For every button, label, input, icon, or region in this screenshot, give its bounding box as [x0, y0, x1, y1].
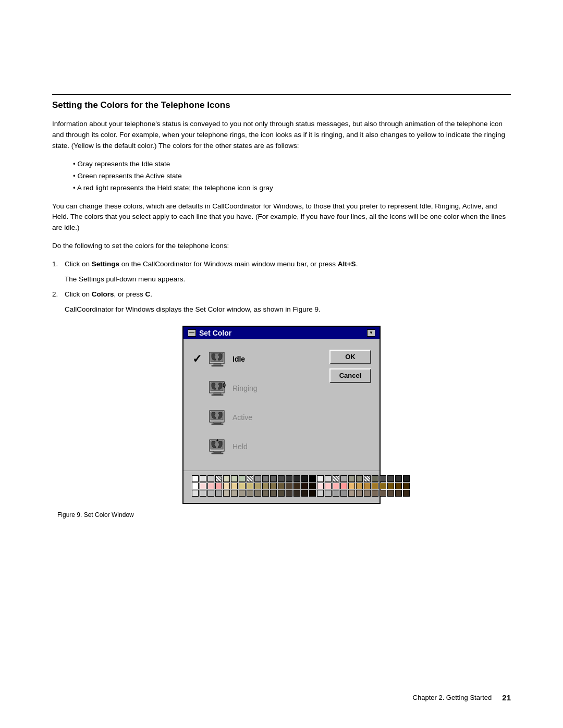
color-swatch[interactable] — [340, 490, 347, 497]
color-swatch[interactable] — [286, 483, 292, 489]
color-swatch[interactable] — [325, 483, 332, 489]
color-swatch[interactable] — [207, 483, 214, 489]
color-swatch[interactable] — [278, 483, 285, 489]
color-swatch[interactable] — [309, 490, 316, 497]
color-swatch[interactable] — [286, 475, 292, 482]
color-swatch[interactable] — [364, 475, 371, 482]
color-swatch[interactable] — [215, 483, 222, 489]
step1-bold2: Alt+S — [338, 260, 356, 268]
set-color-window: — Set Color ▼ ✓ — [182, 326, 381, 504]
color-swatch[interactable] — [270, 490, 277, 497]
color-swatch[interactable] — [262, 483, 269, 489]
color-swatch[interactable] — [231, 475, 238, 482]
color-swatch[interactable] — [262, 490, 269, 497]
cancel-button[interactable]: Cancel — [329, 368, 371, 383]
color-swatch[interactable] — [333, 490, 339, 497]
color-swatch[interactable] — [192, 475, 199, 482]
phone-item-idle[interactable]: ✓ Idle — [192, 348, 323, 371]
color-swatch[interactable] — [309, 483, 316, 489]
system-menu-button[interactable]: — — [188, 329, 196, 337]
color-swatch[interactable] — [270, 483, 277, 489]
color-swatch[interactable] — [293, 483, 300, 489]
color-swatch[interactable] — [364, 490, 371, 497]
ok-button[interactable]: OK — [329, 350, 371, 364]
color-swatch[interactable] — [317, 475, 324, 482]
color-swatch[interactable] — [247, 490, 253, 497]
color-swatch[interactable] — [192, 483, 199, 489]
color-swatch[interactable] — [262, 475, 269, 482]
color-swatch[interactable] — [333, 475, 339, 482]
color-swatch[interactable] — [254, 475, 261, 482]
color-swatch[interactable] — [293, 490, 300, 497]
color-swatch[interactable] — [254, 483, 261, 489]
color-swatch[interactable] — [340, 483, 347, 489]
color-swatch[interactable] — [372, 475, 378, 482]
color-swatch[interactable] — [387, 490, 394, 497]
titlebar-down-button[interactable]: ▼ — [367, 329, 375, 337]
color-swatch[interactable] — [356, 490, 363, 497]
color-swatch[interactable] — [333, 483, 339, 489]
phone-item-active[interactable]: Active — [192, 406, 323, 429]
color-swatch[interactable] — [380, 490, 386, 497]
color-swatch[interactable] — [317, 483, 324, 489]
color-swatch[interactable] — [231, 483, 238, 489]
color-swatch[interactable] — [278, 475, 285, 482]
color-swatch[interactable] — [356, 483, 363, 489]
color-swatch[interactable] — [215, 490, 222, 497]
body-paragraph-2: You can change these colors, which are d… — [52, 201, 511, 234]
color-swatch[interactable] — [348, 490, 355, 497]
color-swatch[interactable] — [247, 483, 253, 489]
color-swatch[interactable] — [364, 483, 371, 489]
color-swatch[interactable] — [348, 475, 355, 482]
color-swatch[interactable] — [403, 483, 410, 489]
color-swatch[interactable] — [395, 490, 402, 497]
color-swatch[interactable] — [200, 490, 206, 497]
color-swatch[interactable] — [239, 475, 246, 482]
color-swatch[interactable] — [325, 490, 332, 497]
color-swatch[interactable] — [348, 483, 355, 489]
color-swatch[interactable] — [372, 483, 378, 489]
color-swatch[interactable] — [380, 475, 386, 482]
color-swatch[interactable] — [223, 483, 230, 489]
color-swatch[interactable] — [223, 475, 230, 482]
color-swatch[interactable] — [387, 475, 394, 482]
color-swatch[interactable] — [309, 475, 316, 482]
color-swatch[interactable] — [317, 490, 324, 497]
step1-bold1: Settings — [92, 260, 119, 268]
color-swatch[interactable] — [356, 475, 363, 482]
idle-label: Idle — [232, 355, 245, 363]
color-swatch[interactable] — [372, 490, 378, 497]
color-swatch[interactable] — [395, 475, 402, 482]
color-swatch[interactable] — [325, 475, 332, 482]
color-swatch[interactable] — [247, 475, 253, 482]
body-paragraph-3: Do the following to set the colors for t… — [52, 241, 511, 252]
color-swatch[interactable] — [207, 490, 214, 497]
color-swatch[interactable] — [239, 490, 246, 497]
color-swatch[interactable] — [207, 475, 214, 482]
color-swatch[interactable] — [340, 475, 347, 482]
svg-rect-16 — [214, 451, 221, 453]
color-swatch[interactable] — [301, 490, 308, 497]
color-swatch[interactable] — [223, 490, 230, 497]
color-swatch[interactable] — [293, 475, 300, 482]
color-swatch[interactable] — [278, 490, 285, 497]
color-swatch[interactable] — [231, 490, 238, 497]
color-swatch[interactable] — [192, 490, 199, 497]
color-swatch[interactable] — [395, 483, 402, 489]
color-swatch[interactable] — [239, 483, 246, 489]
figure-container: — Set Color ▼ ✓ — [52, 326, 511, 504]
phone-item-ringing[interactable]: Ringing — [192, 377, 323, 400]
color-swatch[interactable] — [200, 475, 206, 482]
phone-item-held[interactable]: Held — [192, 435, 323, 458]
color-swatch[interactable] — [301, 475, 308, 482]
color-swatch[interactable] — [301, 483, 308, 489]
color-swatch[interactable] — [215, 475, 222, 482]
color-swatch[interactable] — [254, 490, 261, 497]
color-swatch[interactable] — [403, 475, 410, 482]
color-swatch[interactable] — [200, 483, 206, 489]
color-swatch[interactable] — [403, 490, 410, 497]
color-swatch[interactable] — [286, 490, 292, 497]
color-swatch[interactable] — [270, 475, 277, 482]
color-swatch[interactable] — [387, 483, 394, 489]
color-swatch[interactable] — [380, 483, 386, 489]
